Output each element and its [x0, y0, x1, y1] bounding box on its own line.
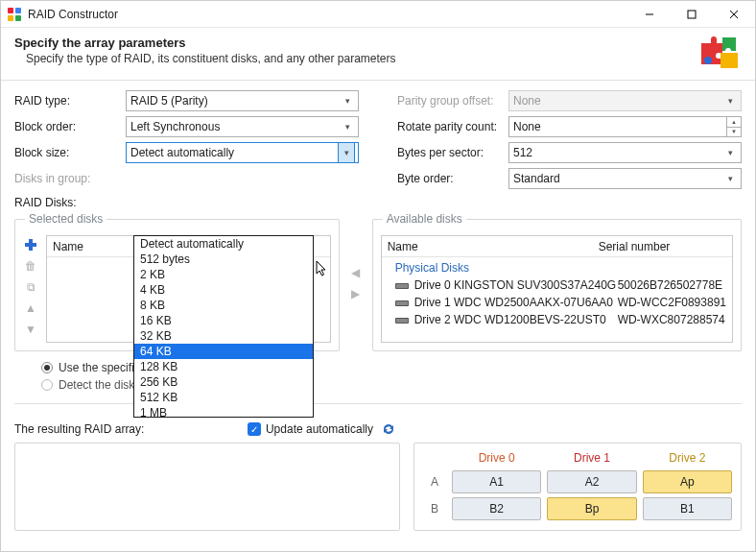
chevron-down-icon: ▾ — [723, 174, 737, 183]
block-order-select[interactable]: Left Synchronous ▾ — [126, 116, 359, 137]
layout-row-label: A — [420, 475, 449, 489]
byte-order-label: Byte order: — [397, 172, 508, 185]
rotate-parity-spin[interactable]: None ▲ ▼ — [508, 116, 742, 137]
selected-name-column: Name — [53, 240, 83, 253]
physical-disks-section: Physical Disks — [382, 257, 732, 276]
block-size-option[interactable]: 512 KB — [134, 390, 313, 405]
disk-serial: WD-WCC2F0893891 — [618, 296, 726, 309]
refresh-icon[interactable] — [381, 421, 396, 437]
minimize-button[interactable] — [628, 1, 671, 28]
disk-icon — [395, 298, 409, 307]
layout-row: AA1A2Ap — [420, 470, 735, 493]
add-icon[interactable] — [23, 237, 38, 252]
svg-rect-1 — [15, 8, 21, 13]
raid-type-select[interactable]: RAID 5 (Parity) ▾ — [126, 90, 359, 111]
block-size-dropdown[interactable]: Detect automatically512 bytes2 KB4 KB8 K… — [133, 235, 314, 418]
svg-rect-0 — [8, 8, 13, 13]
available-disks-panel: Available disks Name Serial number Physi… — [372, 215, 742, 351]
svg-rect-10 — [25, 243, 36, 247]
drive-header-0: Drive 0 — [449, 451, 544, 465]
disk-serial: WD-WXC807288574 — [618, 313, 726, 326]
chevron-down-icon: ▾ — [723, 96, 737, 106]
bytes-per-sector-label: Bytes per sector: — [397, 146, 508, 159]
layout-row: BB2BpB1 — [420, 497, 735, 520]
chevron-down-icon: ▾ — [341, 96, 354, 106]
raid-layout-table: Drive 0 Drive 1 Drive 2 AA1A2ApBB2BpB1 — [413, 443, 742, 531]
disk-icon — [395, 315, 409, 324]
app-window: RAID Constructor Specify the array param… — [0, 0, 756, 552]
block-size-option[interactable]: 1 MB — [134, 405, 313, 418]
selected-disks-title: Selected disks — [25, 212, 106, 226]
chevron-down-icon: ▾ — [341, 122, 354, 132]
block-size-option[interactable]: 512 bytes — [134, 252, 313, 267]
spin-up-icon[interactable]: ▲ — [727, 117, 741, 128]
window-title: RAID Constructor — [28, 8, 118, 21]
available-disks-list[interactable]: Name Serial number Physical Disks Drive … — [381, 235, 733, 343]
disk-name: Drive 2 WDC WD1200BEVS-22UST0 — [414, 313, 618, 326]
svg-rect-16 — [396, 319, 408, 323]
radio-checked-icon — [41, 362, 53, 373]
block-size-option[interactable]: 4 KB — [134, 282, 313, 298]
move-left-icon[interactable]: ◀ — [348, 265, 364, 280]
params-left-column: RAID type: RAID 5 (Parity) ▾ Block order… — [14, 90, 359, 194]
layout-row-label: B — [420, 502, 449, 516]
drive-header-2: Drive 2 — [640, 451, 735, 465]
move-right-icon[interactable]: ▶ — [348, 286, 364, 301]
disk-icon — [395, 280, 409, 290]
chevron-down-icon: ▾ — [723, 148, 737, 157]
disk-row[interactable]: Drive 0 KINGSTON SUV300S37A240G50026B726… — [382, 276, 732, 294]
duplicate-icon[interactable]: ⧉ — [23, 279, 38, 295]
block-size-label: Block size: — [14, 146, 126, 159]
disks-in-group-label: Disks in group: — [14, 172, 126, 185]
params-right-column: Parity group offset: None ▾ Rotate parit… — [397, 90, 742, 194]
result-preview-box — [14, 443, 400, 531]
rotate-parity-label: Rotate parity count: — [397, 120, 508, 133]
disk-row[interactable]: Drive 1 WDC WD2500AAKX-07U6AA0WD-WCC2F08… — [382, 294, 732, 311]
parity-offset-select: None ▾ — [508, 90, 742, 111]
parity-block: Ap — [643, 470, 732, 493]
avail-name-column: Name — [388, 240, 599, 253]
block-size-option[interactable]: 256 KB — [134, 374, 313, 390]
block-size-option[interactable]: Detect automatically — [134, 236, 313, 252]
resulting-array-label: The resulting RAID array: — [14, 422, 144, 436]
block-size-option[interactable]: 16 KB — [134, 313, 313, 328]
svg-point-8 — [704, 57, 712, 64]
byte-order-select[interactable]: Standard ▾ — [508, 168, 742, 189]
maximize-button[interactable] — [671, 1, 713, 28]
block-size-option[interactable]: 32 KB — [134, 328, 313, 344]
data-block: B1 — [643, 497, 732, 520]
delete-icon[interactable]: 🗑 — [23, 258, 38, 274]
svg-rect-12 — [396, 284, 408, 288]
block-size-option[interactable]: 128 KB — [134, 359, 313, 374]
disk-row[interactable]: Drive 2 WDC WD1200BEVS-22UST0WD-WXC80728… — [382, 311, 732, 328]
update-auto-label: Update automatically — [266, 422, 373, 436]
data-block: A2 — [547, 470, 636, 493]
titlebar: RAID Constructor — [1, 1, 755, 28]
puzzle-logo-icon — [697, 34, 742, 70]
svg-rect-3 — [15, 15, 21, 21]
close-button[interactable] — [713, 1, 755, 28]
update-auto-checkbox[interactable]: ✓ — [248, 422, 261, 436]
page-subtitle: Specify the type of RAID, its constituen… — [26, 52, 697, 65]
page-title: Specify the array parameters — [14, 36, 697, 50]
raid-disks-label: RAID Disks: — [14, 196, 742, 209]
block-size-select[interactable]: Detect automatically ▾ — [126, 142, 359, 163]
svg-rect-5 — [688, 11, 696, 18]
svg-rect-14 — [396, 301, 408, 305]
drive-header-1: Drive 1 — [544, 451, 639, 465]
bytes-per-sector-select[interactable]: 512 ▾ — [508, 142, 742, 163]
avail-serial-column: Serial number — [599, 240, 726, 253]
disk-name: Drive 0 KINGSTON SUV300S37A240G — [414, 278, 618, 292]
move-up-icon[interactable]: ▲ — [23, 300, 38, 316]
move-down-icon[interactable]: ▼ — [23, 322, 38, 337]
page-header: Specify the array parameters Specify the… — [1, 28, 755, 80]
data-block: B2 — [452, 497, 541, 520]
spin-down-icon[interactable]: ▼ — [727, 128, 741, 137]
block-size-option[interactable]: 2 KB — [134, 267, 313, 282]
chevron-down-icon: ▾ — [340, 148, 353, 157]
block-order-label: Block order: — [14, 120, 126, 133]
block-size-option[interactable]: 64 KB — [134, 344, 313, 359]
block-size-option[interactable]: 8 KB — [134, 298, 313, 313]
app-icon — [7, 7, 22, 22]
svg-rect-2 — [8, 15, 13, 21]
